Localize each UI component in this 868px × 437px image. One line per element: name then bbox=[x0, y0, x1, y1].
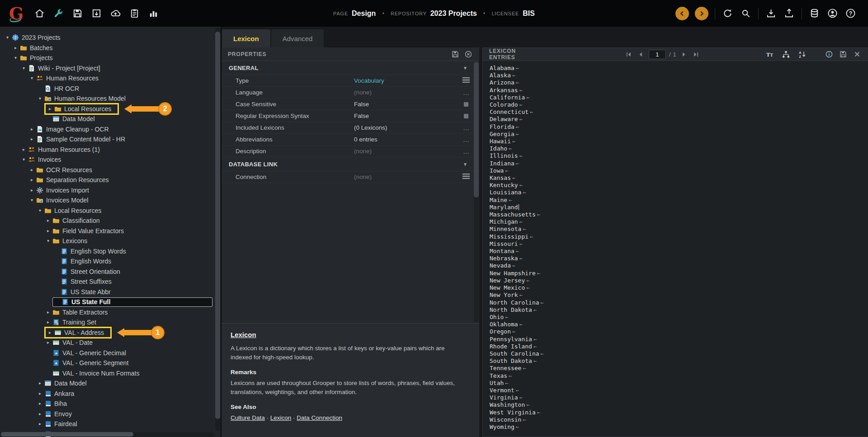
back-icon[interactable] bbox=[675, 7, 689, 20]
lexicon-entry[interactable]: California← bbox=[490, 94, 868, 101]
lexicon-entry[interactable]: Nevada← bbox=[490, 262, 868, 269]
tree-item[interactable]: ▸OCR Resources bbox=[0, 165, 221, 175]
tree-item[interactable]: ▸Classification bbox=[0, 216, 221, 226]
expander-icon[interactable]: ▸ bbox=[44, 340, 52, 345]
lexicon-entry[interactable]: Delaware← bbox=[490, 116, 868, 123]
expander-icon[interactable]: ▾ bbox=[12, 56, 19, 60]
tree-item[interactable]: ▾Invoices bbox=[0, 155, 221, 165]
tree-item[interactable]: ▸Sample Content Model - HR bbox=[0, 134, 221, 145]
lexicon-entry[interactable]: Alabama← bbox=[490, 65, 868, 72]
lexicon-entry[interactable]: Utah← bbox=[490, 380, 868, 387]
tree-item[interactable]: ▸Data Model bbox=[0, 378, 221, 389]
lexicon-entry[interactable]: Virginia← bbox=[490, 394, 868, 401]
tree-item[interactable]: ▾Projects bbox=[0, 53, 221, 63]
scrollbar-thumb[interactable] bbox=[215, 32, 220, 419]
property-row[interactable]: Description(none)… bbox=[222, 146, 479, 157]
lexicon-entry[interactable]: Minnesota← bbox=[490, 226, 868, 233]
tree-item[interactable]: aVAL - Generic Decimal bbox=[0, 348, 221, 358]
checkbox-icon[interactable] bbox=[460, 101, 472, 108]
lexicon-entry[interactable]: Oregon← bbox=[490, 328, 868, 335]
expander-icon[interactable]: ▾ bbox=[20, 157, 28, 162]
close-properties-button[interactable] bbox=[465, 50, 474, 58]
ellipsis-icon[interactable]: … bbox=[460, 136, 472, 143]
tree-item[interactable]: VAL - Invoice Num Formats bbox=[0, 368, 221, 379]
tree-item[interactable]: HR OCR bbox=[0, 84, 221, 94]
refresh-icon[interactable] bbox=[722, 7, 734, 19]
lexicon-entry[interactable]: Iowa← bbox=[490, 167, 868, 174]
tree-item[interactable]: ▸Biha bbox=[0, 399, 221, 409]
lexicon-entry[interactable]: Rhode Island← bbox=[490, 343, 868, 350]
property-value[interactable]: (none) bbox=[354, 89, 460, 96]
previous-page-button[interactable] bbox=[637, 50, 646, 59]
lexicon-entry[interactable]: Illinois← bbox=[490, 152, 868, 160]
expander-icon[interactable]: ▸ bbox=[36, 412, 44, 416]
tab-lexicon[interactable]: Lexicon bbox=[222, 29, 270, 47]
save-properties-button[interactable] bbox=[452, 50, 461, 58]
download-icon[interactable] bbox=[765, 7, 777, 19]
tree-item[interactable]: US State Full bbox=[0, 297, 221, 307]
lexicon-entry[interactable]: North Carolina← bbox=[490, 299, 868, 306]
lexicon-entry[interactable]: North Dakota← bbox=[490, 306, 868, 314]
expander-icon[interactable]: ▾ bbox=[28, 76, 36, 80]
expander-icon[interactable]: ▸ bbox=[12, 46, 19, 50]
lexicon-entry[interactable]: Pennsylvania← bbox=[490, 336, 868, 343]
tree-item[interactable]: ▸Training Set bbox=[0, 317, 221, 328]
tree-item[interactable]: ▾Invoices Model bbox=[0, 195, 221, 206]
save-icon[interactable] bbox=[71, 7, 84, 19]
text-options-icon[interactable]: TT bbox=[765, 49, 775, 59]
expander-icon[interactable]: ▸ bbox=[20, 147, 28, 152]
lexicon-entry[interactable]: Maryland bbox=[490, 204, 868, 211]
tab-advanced[interactable]: Advanced bbox=[271, 29, 324, 47]
lexicon-entry[interactable]: Colorado← bbox=[490, 101, 868, 108]
tree-item[interactable]: ▸Ankara bbox=[0, 389, 221, 399]
lexicon-entry[interactable]: Montana← bbox=[490, 248, 868, 255]
property-row[interactable]: Case SensitiveFalse bbox=[222, 99, 479, 110]
expander-icon[interactable]: ▸ bbox=[28, 127, 36, 132]
tree-item[interactable]: US State Abbr bbox=[0, 287, 221, 297]
expander-icon[interactable]: ▾ bbox=[36, 208, 44, 213]
tree-item[interactable]: ▸Table Extractors bbox=[0, 307, 221, 318]
lexicon-entry[interactable]: Massachusetts← bbox=[490, 211, 868, 218]
property-value[interactable]: (none) bbox=[354, 148, 460, 155]
expander-icon[interactable]: ▸ bbox=[36, 401, 44, 406]
upload-icon[interactable] bbox=[783, 7, 795, 19]
property-row[interactable]: Language(none)… bbox=[222, 87, 479, 99]
property-value[interactable]: (none) bbox=[354, 174, 460, 180]
tree-item[interactable]: ▸Separation Resources bbox=[0, 175, 221, 185]
property-row[interactable]: Connection(none) bbox=[222, 171, 479, 183]
lexicon-entry[interactable]: South Carolina← bbox=[490, 350, 868, 357]
lexicon-entry[interactable]: Kentucky← bbox=[490, 182, 868, 189]
lexicon-entry[interactable]: Oklahoma← bbox=[490, 321, 868, 328]
help-icon[interactable]: ? bbox=[844, 7, 857, 19]
next-page-button[interactable] bbox=[679, 50, 689, 59]
property-value[interactable]: (0 Lexicons) bbox=[354, 124, 460, 131]
search-icon[interactable] bbox=[740, 7, 752, 19]
lexicon-entry[interactable]: New York← bbox=[490, 291, 868, 299]
lexicon-entry[interactable]: Kansas← bbox=[490, 174, 868, 182]
first-page-button[interactable] bbox=[624, 50, 633, 59]
tree-item[interactable]: Street Orientation bbox=[0, 267, 221, 277]
expander-icon[interactable]: ▾ bbox=[4, 35, 11, 40]
lexicon-entry[interactable]: West Virginia← bbox=[490, 409, 868, 416]
tree-item[interactable]: English Stop Words bbox=[0, 246, 221, 257]
lexicon-entry[interactable]: Georgia← bbox=[490, 131, 868, 138]
lexicon-entry[interactable]: Michigan← bbox=[490, 218, 868, 226]
property-value[interactable]: 0 entries bbox=[354, 136, 460, 143]
menu-icon[interactable] bbox=[460, 74, 472, 87]
lexicon-entry[interactable]: Washington← bbox=[490, 401, 868, 409]
ellipsis-icon[interactable]: … bbox=[460, 124, 472, 132]
tree-item[interactable]: ▾Human Resources bbox=[0, 73, 221, 84]
tree-item[interactable]: ▾Lexicons bbox=[0, 236, 221, 246]
ellipsis-icon[interactable]: … bbox=[460, 148, 472, 155]
expander-icon[interactable]: ▾ bbox=[28, 198, 36, 202]
property-value[interactable]: Vocabulary bbox=[354, 77, 460, 84]
expander-icon[interactable]: ▸ bbox=[28, 137, 36, 141]
tools-icon[interactable] bbox=[52, 7, 65, 19]
cloud-upload-icon[interactable] bbox=[109, 7, 122, 19]
lexicon-entry[interactable]: Alaska← bbox=[490, 72, 868, 79]
database-icon[interactable] bbox=[808, 7, 821, 19]
sort-az-icon[interactable]: AZ bbox=[797, 49, 807, 59]
see-also-link[interactable]: Lexicon bbox=[270, 414, 292, 421]
save-entries-button[interactable] bbox=[840, 50, 849, 59]
tree-item[interactable]: ▸Invoices Import bbox=[0, 185, 221, 196]
